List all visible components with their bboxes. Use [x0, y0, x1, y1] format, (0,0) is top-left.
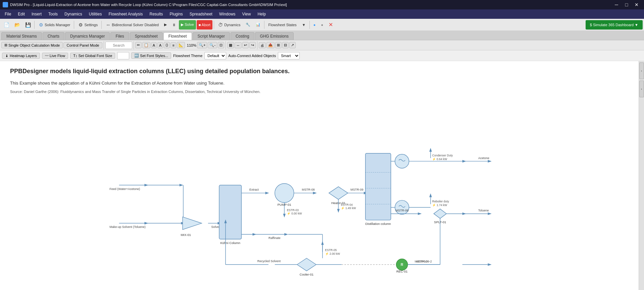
live-flow-icon: 〰 — [45, 54, 49, 58]
flowsheet-canvas-area[interactable]: PPBDesigner models liquid-liquid extract… — [0, 61, 639, 290]
open-button[interactable]: 📂 — [12, 20, 22, 30]
svg-text:MSTR-10: MSTR-10 — [415, 260, 428, 263]
tool-btn-1[interactable]: ✏ — [135, 42, 142, 48]
svg-text:Distillation column: Distillation column — [365, 222, 391, 226]
search-input[interactable] — [105, 42, 132, 49]
menu-tools[interactable]: Tools — [45, 10, 61, 18]
menu-help[interactable]: Help — [254, 10, 269, 18]
menu-results[interactable]: Results — [146, 10, 166, 18]
move-btn[interactable]: ↔ — [235, 42, 242, 48]
tab-costing[interactable]: Costing — [231, 32, 254, 40]
menu-dynamics[interactable]: Dynamics — [61, 10, 86, 18]
separator — [34, 21, 35, 29]
arrange-btn[interactable]: ⊟ — [282, 42, 289, 48]
tool-btn-3[interactable]: A — [151, 42, 157, 48]
svg-marker-54 — [429, 193, 432, 197]
flowsheet-states-dropdown[interactable]: ▼ — [300, 20, 308, 30]
menu-spreadsheet[interactable]: Spreadsheet — [186, 10, 216, 18]
tab-spreadsheet[interactable]: Spreadsheet — [130, 32, 163, 40]
svg-text:REC-01: REC-01 — [396, 270, 408, 273]
close-button[interactable]: ✕ — [632, 0, 641, 9]
flowsheet-options-toolbar: 🌡 Heatmap Layers 〰 Live Flow T↕ Set Glob… — [0, 50, 644, 61]
svg-marker-12 — [265, 192, 269, 194]
flowsheet-toolbar: ⊞ Single Object Calculation Mode Control… — [0, 40, 644, 50]
menu-insert[interactable]: Insert — [28, 10, 45, 18]
maximize-button[interactable]: □ — [622, 0, 631, 9]
right-panel-toggle[interactable]: ‹ — [639, 62, 644, 79]
layout-btn[interactable]: ⊞ — [275, 42, 282, 48]
flowsheet-states-button[interactable]: Flowsheet States — [266, 20, 299, 30]
zoom-in-button[interactable]: 🔍+ — [197, 42, 207, 48]
gray-circle[interactable]: ● — [318, 20, 326, 30]
redo-btn[interactable]: ↪ — [249, 42, 256, 48]
menu-utilities[interactable]: Utilities — [86, 10, 105, 18]
simulate365-button[interactable]: $ Simulate 365 Dashboard ▼ — [586, 20, 643, 30]
auto-connect-select[interactable]: Smart Always Never — [278, 52, 300, 59]
snap-btn[interactable]: ▦ — [227, 42, 234, 48]
blue-circle[interactable]: ● — [311, 20, 318, 30]
tool-btn-6[interactable]: ≡ — [170, 42, 176, 48]
tab-files[interactable]: Files — [110, 32, 129, 40]
export-btn[interactable]: 📤 — [266, 42, 275, 48]
svg-marker-44 — [429, 148, 432, 152]
svg-marker-94 — [145, 222, 148, 225]
minimize-button[interactable]: ─ — [612, 0, 621, 9]
svg-text:Reboiler duty: Reboiler duty — [432, 200, 449, 203]
dynamics-icon1[interactable]: 🔧 — [243, 20, 253, 30]
tool-btn-2[interactable]: 📋 — [142, 42, 150, 48]
menu-windows[interactable]: Windows — [216, 10, 239, 18]
separator — [134, 41, 134, 49]
tab-charts[interactable]: Charts — [43, 32, 64, 40]
tool-btn-5[interactable]: ⟨⟩ — [164, 42, 170, 48]
live-flow-button[interactable]: 〰 Live Flow — [42, 53, 68, 59]
tab-material-streams[interactable]: Material Streams — [1, 32, 42, 40]
solve-button[interactable]: ▶ Solve — [179, 20, 196, 30]
tool-btn-4[interactable]: A — [157, 42, 163, 48]
menu-view[interactable]: View — [239, 10, 254, 18]
tab-ghg-emissions[interactable]: GHG Emissions — [255, 32, 294, 40]
svg-marker-58 — [418, 212, 422, 215]
menu-flowsheet-analysis[interactable]: Flowsheet Analysis — [105, 10, 146, 18]
title-bar: DWSIM Pro - [Liquid-Liquid-Extraction of… — [0, 0, 644, 9]
arrow-button[interactable]: ▶ — [162, 20, 169, 30]
play-pause-button[interactable]: ⏸ — [170, 20, 178, 30]
svg-marker-29 — [337, 209, 340, 212]
new-button[interactable]: 📄 — [1, 20, 11, 30]
tool-btn-7[interactable]: 📐 — [177, 42, 185, 48]
svg-marker-20 — [283, 214, 286, 218]
print-btn[interactable]: 🖨 — [259, 42, 266, 48]
control-panel-mode-button[interactable]: Control Panel Mode — [63, 42, 102, 48]
tab-dynamics-manager[interactable]: Dynamics Manager — [65, 32, 110, 40]
dynamics-icon2[interactable]: 📊 — [253, 20, 263, 30]
tab-script-manager[interactable]: Script Manager — [193, 32, 230, 40]
bidirectional-solver-button[interactable]: ↔ Bidirectional Solver Disabled — [103, 20, 161, 30]
menu-file[interactable]: File — [1, 10, 14, 18]
menu-edit[interactable]: Edit — [14, 10, 28, 18]
svg-marker-96 — [462, 212, 466, 215]
svg-text:⚡ 1.49 kW: ⚡ 1.49 kW — [341, 206, 356, 210]
settings-button[interactable]: ⚙ Settings — [76, 20, 100, 30]
set-global-font-size-button[interactable]: T↕ Set Global Font Size — [70, 53, 115, 59]
single-object-mode-button[interactable]: ⊞ Single Object Calculation Mode — [1, 42, 63, 48]
undo-btn[interactable]: ↩ — [242, 42, 249, 48]
tab-flowsheet[interactable]: Flowsheet — [163, 32, 192, 40]
svg-text:ESTR-05: ESTR-05 — [325, 248, 337, 252]
heatmap-icon: 🌡 — [5, 54, 9, 58]
dynamics-button[interactable]: ⏱ Dynamics — [215, 20, 243, 30]
connect-btn[interactable]: ↗ — [289, 42, 296, 48]
right-panel-btn2[interactable]: › — [639, 81, 644, 97]
fit-button[interactable]: ⊡ — [218, 42, 224, 48]
separator — [104, 41, 104, 49]
save-button[interactable]: 💾 — [23, 20, 33, 30]
svg-point-40 — [395, 154, 409, 168]
heatmap-layers-button[interactable]: 🌡 Heatmap Layers — [2, 53, 40, 59]
set-font-styles-button[interactable]: 🔤 Set Font Styles... — [131, 52, 171, 59]
red-x[interactable]: ✕ — [326, 20, 335, 30]
svg-text:Recycled Solvent: Recycled Solvent — [257, 259, 281, 263]
flowsheet-theme-select[interactable]: Default — [204, 52, 226, 59]
zoom-out-button[interactable]: 🔍- — [208, 42, 217, 48]
solids-manager-button[interactable]: ⚙ Solids Manager — [36, 20, 72, 30]
font-size-input[interactable]: 10 — [117, 52, 129, 59]
menu-plugins[interactable]: Plugins — [166, 10, 186, 18]
abort-button[interactable]: ■ Abort — [197, 20, 212, 30]
